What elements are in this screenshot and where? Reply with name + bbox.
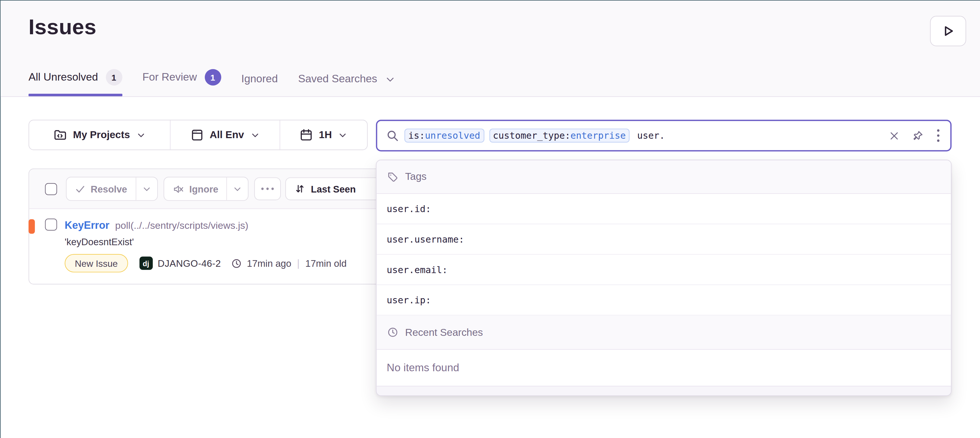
search-token-customer-type[interactable]: customer_type:enterprise (489, 129, 630, 143)
tag-suggestion-user-email[interactable]: user.email: (377, 255, 951, 285)
search-icon (386, 129, 399, 142)
issues-tabs: All Unresolved 1 For Review 1 Ignored Sa… (29, 69, 396, 97)
issue-last-seen: 17min ago (247, 258, 291, 268)
check-icon (75, 183, 86, 194)
tab-count-badge: 1 (106, 69, 122, 86)
recent-searches-label: Recent Searches (405, 327, 483, 338)
clock-icon (387, 326, 399, 338)
environment-filter-dropdown[interactable]: All Env (170, 120, 279, 149)
resolve-dropdown-arrow[interactable] (135, 177, 157, 200)
issue-message: 'keyDoesntExist' (65, 236, 347, 248)
token-key: customer_type: (493, 130, 571, 140)
chevron-down-icon (338, 130, 348, 140)
token-key: is: (408, 130, 425, 140)
dropdown-footer (377, 386, 951, 395)
search-autocomplete-dropdown: Tags user.id: user.username: user.email:… (376, 160, 951, 396)
issue-culprit: poll(../../sentry/scripts/views.js) (115, 218, 248, 232)
issue-age: 17min old (305, 258, 347, 268)
sort-arrows-icon (294, 183, 306, 195)
django-project-icon: dj (139, 257, 153, 270)
screenshot-viewport: Issues All Unresolved 1 For Review 1 Ign… (0, 0, 980, 438)
tab-all-unresolved[interactable]: All Unresolved 1 (29, 69, 122, 97)
issue-short-id: DJANGO-46-2 (158, 258, 221, 268)
issue-row-content: KeyError poll(../../sentry/scripts/views… (65, 218, 347, 272)
more-actions-button[interactable] (255, 177, 281, 200)
sentry-issues-page: Issues All Unresolved 1 For Review 1 Ign… (0, 0, 980, 438)
tab-label: Ignored (241, 73, 278, 86)
search-token-is-unresolved[interactable]: is:unresolved (404, 129, 484, 143)
project-filter-label: My Projects (73, 129, 130, 141)
tab-count-badge: 1 (204, 69, 221, 86)
ignore-label: Ignore (189, 183, 218, 194)
issue-title-link[interactable]: KeyError (65, 218, 110, 232)
sort-last-seen-button[interactable]: Last Seen (285, 177, 380, 200)
chevron-down-icon (250, 130, 260, 140)
tag-icon (387, 171, 399, 183)
tags-section-header: Tags (377, 160, 951, 194)
tag-suggestion-user-id[interactable]: user.id: (377, 194, 951, 224)
calendar-icon (299, 128, 313, 142)
time-range-label: 1H (319, 129, 332, 141)
select-all-checkbox[interactable] (45, 183, 57, 195)
sort-label: Last Seen (311, 183, 356, 194)
chevron-down-icon (136, 130, 146, 140)
token-value: enterprise (571, 130, 626, 140)
issues-search-bar[interactable]: is:unresolved customer_type:enterprise u… (376, 120, 951, 151)
issue-row-checkbox[interactable] (45, 218, 57, 230)
time-separator: | (296, 257, 301, 269)
resolve-button[interactable]: Resolve (67, 177, 135, 200)
tab-label: All Unresolved (29, 71, 98, 84)
page-title: Issues (29, 15, 97, 40)
page-header: Issues All Unresolved 1 For Review 1 Ign… (1, 1, 980, 97)
issue-meta-line: New Issue dj DJANGO-46-2 17min ago | 17m… (65, 254, 347, 273)
search-actions (889, 129, 940, 143)
ignore-button[interactable]: Ignore (164, 177, 227, 200)
tab-for-review[interactable]: For Review 1 (142, 69, 221, 97)
environment-window-icon (190, 128, 204, 142)
tab-saved-searches[interactable]: Saved Searches (298, 73, 395, 96)
page-filter-bar: My Projects All Env (29, 120, 368, 150)
tags-header-label: Tags (405, 171, 426, 182)
resolve-label: Resolve (91, 183, 127, 194)
active-tab-underline (29, 94, 122, 97)
project-filter-dropdown[interactable]: My Projects (29, 120, 170, 149)
ignore-split-button: Ignore (163, 177, 249, 201)
replay-tour-button[interactable] (930, 16, 966, 46)
tab-ignored[interactable]: Ignored (241, 73, 278, 96)
tab-label: Saved Searches (298, 73, 377, 86)
play-icon (940, 23, 956, 38)
time-range-filter-dropdown[interactable]: 1H (279, 120, 367, 149)
pin-search-icon[interactable] (912, 129, 924, 142)
new-issue-badge: New Issue (65, 254, 128, 273)
search-input-text[interactable]: user. (637, 130, 665, 140)
clear-search-icon[interactable] (889, 130, 899, 141)
tag-suggestion-user-ip[interactable]: user.ip: (377, 285, 951, 316)
no-items-found-text: No items found (377, 350, 951, 386)
token-value: unresolved (425, 130, 480, 140)
mute-icon (172, 183, 184, 195)
projects-folder-code-icon (53, 128, 67, 142)
tab-label: For Review (142, 71, 197, 84)
chevron-down-icon (385, 74, 395, 84)
ignore-dropdown-arrow[interactable] (227, 177, 248, 200)
ellipsis-icon (261, 187, 275, 190)
recent-searches-section-header: Recent Searches (377, 316, 951, 350)
error-level-bar (29, 219, 35, 234)
issue-times: 17min ago | 17min old (231, 257, 347, 269)
tag-suggestion-user-username[interactable]: user.username: (377, 224, 951, 255)
resolve-split-button: Resolve (66, 177, 158, 201)
environment-filter-label: All Env (210, 129, 244, 141)
search-menu-dots-icon[interactable] (936, 129, 940, 143)
issue-title-line: KeyError poll(../../sentry/scripts/views… (65, 218, 347, 233)
clock-icon (231, 257, 242, 269)
